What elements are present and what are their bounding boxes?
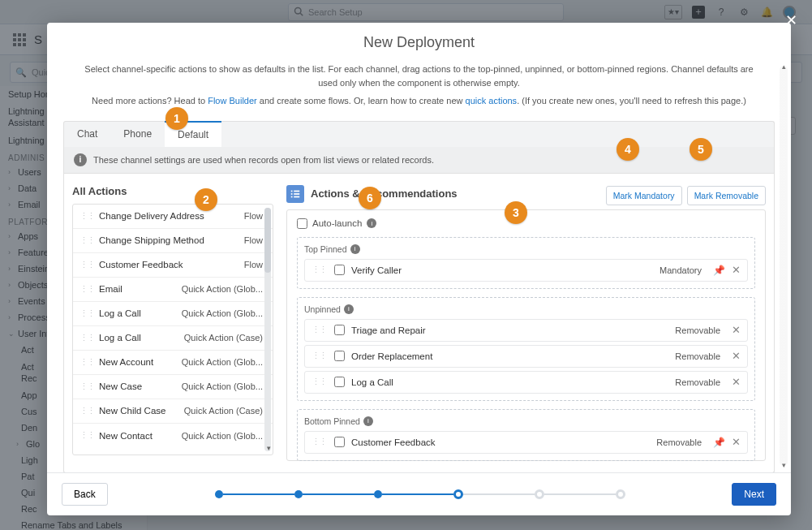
row-checkbox[interactable] xyxy=(334,377,345,387)
tab-phone[interactable]: Phone xyxy=(110,122,165,147)
row-checkbox[interactable] xyxy=(334,265,345,275)
remove-icon[interactable]: ✕ xyxy=(732,436,741,448)
action-row[interactable]: ⋮⋮Log a CallQuick Action (Case) xyxy=(73,326,273,351)
action-row[interactable]: ⋮⋮New CaseQuick Action (Glob... xyxy=(73,375,273,399)
row-checkbox[interactable] xyxy=(334,351,345,361)
progress-step xyxy=(616,489,625,499)
auto-launch-label: Auto-launch xyxy=(312,218,362,228)
recommendation-row[interactable]: ⋮⋮Log a CallRemovable✕ xyxy=(304,371,748,394)
callout-3: 3 xyxy=(505,201,527,224)
drag-handle-icon[interactable]: ⋮⋮ xyxy=(79,260,94,270)
next-button[interactable]: Next xyxy=(732,483,776,506)
recommendation-row[interactable]: ⋮⋮Customer FeedbackRemovable📌✕ xyxy=(304,431,748,454)
region-title: Top Pinned i xyxy=(304,244,748,254)
action-row[interactable]: ⋮⋮Change Delivery AddressFlow xyxy=(73,205,273,229)
info-icon[interactable]: i xyxy=(367,218,376,228)
top-pinned-region[interactable]: Top Pinned i ⋮⋮Verify CallerMandatory📌✕ xyxy=(297,237,755,289)
svg-rect-7 xyxy=(294,196,299,197)
action-row[interactable]: ⋮⋮Customer FeedbackFlow xyxy=(73,253,273,278)
remove-icon[interactable]: ✕ xyxy=(732,376,741,388)
drag-handle-icon[interactable]: ⋮⋮ xyxy=(79,211,94,222)
svg-rect-5 xyxy=(294,193,299,195)
recommendations-panel: Auto-launch i Top Pinned i ⋮⋮Verify Call… xyxy=(286,209,766,461)
callout-6: 6 xyxy=(359,187,381,209)
action-name: New Contact xyxy=(99,431,182,441)
modal-title: New Deployment xyxy=(47,23,791,59)
drag-handle-icon[interactable]: ⋮⋮ xyxy=(79,235,94,246)
recommendation-row[interactable]: ⋮⋮Order ReplacementRemovable✕ xyxy=(304,345,748,368)
remove-icon[interactable]: ✕ xyxy=(732,350,741,362)
close-icon[interactable]: ✕ xyxy=(785,11,797,29)
progress-step xyxy=(374,490,382,498)
info-icon: i xyxy=(74,153,87,166)
action-name: Log a Call xyxy=(99,333,184,343)
scroll-up-icon[interactable]: ▴ xyxy=(782,62,786,71)
svg-rect-2 xyxy=(291,190,293,192)
region-title: Bottom Pinned i xyxy=(304,416,748,426)
drag-handle-icon[interactable]: ⋮⋮ xyxy=(79,284,94,295)
recommendations-column: Actions & Recommendations Mark Mandatory… xyxy=(286,182,766,461)
action-name: New Account xyxy=(99,357,182,367)
rec-name: Triage and Repair xyxy=(351,325,675,335)
scroll-down-icon[interactable]: ▾ xyxy=(782,461,786,469)
drag-handle-icon[interactable]: ⋮⋮ xyxy=(79,381,94,392)
remove-icon[interactable]: ✕ xyxy=(732,264,741,276)
pin-icon[interactable]: 📌 xyxy=(713,265,725,276)
action-type: Quick Action (Case) xyxy=(184,333,263,343)
drag-handle-icon[interactable]: ⋮⋮ xyxy=(311,351,326,361)
drag-handle-icon[interactable]: ⋮⋮ xyxy=(311,377,326,387)
drag-handle-icon[interactable]: ⋮⋮ xyxy=(79,333,94,343)
svg-rect-6 xyxy=(291,196,293,197)
mark-removable-button[interactable]: Mark Removable xyxy=(687,186,766,205)
drag-handle-icon[interactable]: ⋮⋮ xyxy=(79,406,94,416)
all-actions-list[interactable]: ⋮⋮Change Delivery AddressFlow⋮⋮Change Sh… xyxy=(72,204,273,455)
drag-handle-icon[interactable]: ⋮⋮ xyxy=(311,437,326,447)
progress-step-current xyxy=(453,489,463,499)
action-row[interactable]: ⋮⋮New ContactQuick Action (Glob... xyxy=(73,424,273,448)
info-icon[interactable]: i xyxy=(344,304,354,314)
drag-handle-icon[interactable]: ⋮⋮ xyxy=(79,430,94,441)
channel-info-bar: i These channel settings are used when r… xyxy=(63,147,775,174)
drag-handle-icon[interactable]: ⋮⋮ xyxy=(79,357,94,368)
info-icon[interactable]: i xyxy=(363,416,373,426)
drag-handle-icon[interactable]: ⋮⋮ xyxy=(311,325,326,335)
action-row[interactable]: ⋮⋮Change Shipping MethodFlow xyxy=(73,229,273,253)
row-checkbox[interactable] xyxy=(334,325,345,335)
scroll-down-icon[interactable]: ▾ xyxy=(267,444,271,452)
remove-icon[interactable]: ✕ xyxy=(732,324,741,336)
recommendation-row[interactable]: ⋮⋮Verify CallerMandatory📌✕ xyxy=(304,259,748,282)
progress-step xyxy=(215,490,223,498)
quick-actions-link[interactable]: quick actions xyxy=(466,96,518,106)
info-icon[interactable]: i xyxy=(350,244,360,254)
tab-chat[interactable]: Chat xyxy=(64,122,110,147)
action-row[interactable]: ⋮⋮New Child CaseQuick Action (Case) xyxy=(73,399,273,424)
row-checkbox[interactable] xyxy=(334,437,345,447)
action-name: Log a Call xyxy=(99,308,182,318)
callout-1: 1 xyxy=(165,107,188,130)
auto-launch-checkbox[interactable] xyxy=(297,218,307,229)
actions-panel: All Actions ⋮⋮Change Delivery AddressFlo… xyxy=(63,174,775,473)
recommendation-row[interactable]: ⋮⋮Triage and RepairRemovable✕ xyxy=(304,319,748,342)
flow-builder-link[interactable]: Flow Builder xyxy=(208,96,257,106)
pin-icon[interactable]: 📌 xyxy=(713,437,725,448)
back-button[interactable]: Back xyxy=(62,483,108,506)
action-row[interactable]: ⋮⋮Log a CallQuick Action (Glob... xyxy=(73,302,273,326)
bottom-pinned-region[interactable]: Bottom Pinned i ⋮⋮Customer FeedbackRemov… xyxy=(297,409,755,461)
unpinned-region[interactable]: Unpinned i ⋮⋮Triage and RepairRemovable✕… xyxy=(297,297,755,401)
scrollbar[interactable] xyxy=(264,208,271,451)
drag-handle-icon[interactable]: ⋮⋮ xyxy=(311,265,326,275)
action-type: Quick Action (Glob... xyxy=(182,431,263,441)
actions-recommendations-title: Actions & Recommendations xyxy=(286,185,601,203)
svg-rect-3 xyxy=(294,190,299,192)
action-name: Customer Feedback xyxy=(99,260,244,269)
action-type: Flow xyxy=(244,260,263,269)
action-row[interactable]: ⋮⋮New AccountQuick Action (Glob... xyxy=(73,351,273,375)
callout-5: 5 xyxy=(690,138,712,161)
action-type: Quick Action (Glob... xyxy=(182,308,263,318)
rec-badge: Removable xyxy=(675,377,720,387)
action-type: Quick Action (Case) xyxy=(184,406,263,416)
drag-handle-icon[interactable]: ⋮⋮ xyxy=(79,308,94,319)
mark-mandatory-button[interactable]: Mark Mandatory xyxy=(606,186,682,205)
action-row[interactable]: ⋮⋮EmailQuick Action (Glob... xyxy=(73,278,273,302)
region-title: Unpinned i xyxy=(304,304,748,314)
